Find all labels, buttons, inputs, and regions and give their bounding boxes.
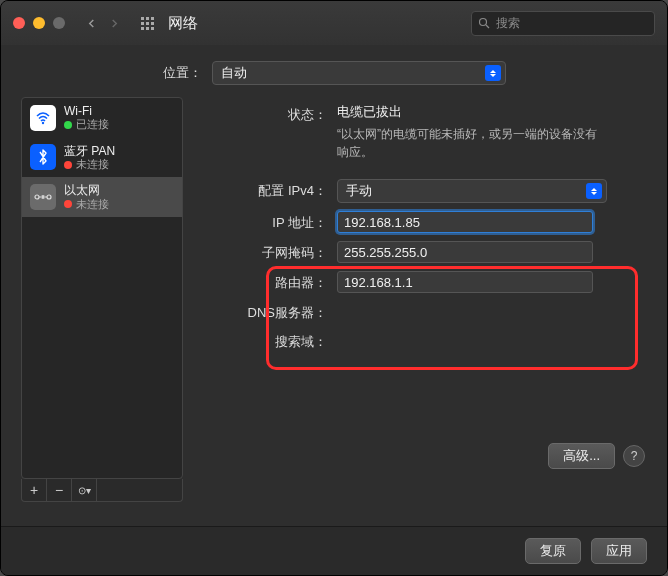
location-value: 自动 (221, 64, 247, 82)
remove-network-button[interactable]: − (47, 479, 72, 501)
minimize-button[interactable] (33, 17, 45, 29)
apply-button[interactable]: 应用 (591, 538, 647, 564)
svg-point-4 (47, 195, 51, 199)
advanced-button[interactable]: 高级... (548, 443, 615, 469)
dns-server-label: DNS服务器： (197, 301, 337, 322)
footer: 复原 应用 (1, 526, 667, 575)
dropdown-caret-icon (485, 65, 501, 81)
subnet-mask-field[interactable] (337, 241, 593, 263)
status-message: “以太网”的电缆可能未插好，或另一端的设备没有响应。 (337, 125, 607, 161)
sidebar-item-ethernet[interactable]: 以太网 未连接 (22, 177, 182, 217)
svg-point-0 (480, 19, 487, 26)
add-network-button[interactable]: + (22, 479, 47, 501)
network-name: 以太网 (64, 183, 109, 197)
list-tools: + − ⊙▾ (21, 479, 183, 502)
ethernet-icon (30, 184, 56, 210)
status-dot-icon (64, 161, 72, 169)
network-status: 已连接 (76, 118, 109, 131)
revert-button[interactable]: 复原 (525, 538, 581, 564)
close-button[interactable] (13, 17, 25, 29)
help-button[interactable]: ? (623, 445, 645, 467)
config-ipv4-value: 手动 (346, 182, 372, 200)
ip-address-field[interactable] (337, 211, 593, 233)
nav-arrows (87, 19, 119, 28)
search-domain-label: 搜索域： (197, 330, 337, 351)
location-label: 位置： (163, 64, 202, 82)
network-status: 未连接 (76, 198, 109, 211)
window-controls (13, 17, 65, 29)
search-field[interactable]: 搜索 (471, 11, 655, 36)
maximize-button[interactable] (53, 17, 65, 29)
ip-address-label: IP 地址： (197, 211, 337, 232)
status-dot-icon (64, 200, 72, 208)
search-icon (478, 17, 490, 29)
router-field[interactable] (337, 271, 593, 293)
dropdown-caret-icon (586, 183, 602, 199)
config-ipv4-select[interactable]: 手动 (337, 179, 607, 203)
sidebar-item-wifi[interactable]: Wi-Fi 已连接 (22, 98, 182, 138)
forward-button[interactable] (110, 19, 119, 28)
search-placeholder: 搜索 (496, 15, 520, 32)
window-title: 网络 (168, 14, 198, 33)
network-name: Wi-Fi (64, 104, 109, 118)
status-dot-icon (64, 121, 72, 129)
detail-panel: 状态： 电缆已拔出 “以太网”的电缆可能未插好，或另一端的设备没有响应。 配置 … (197, 97, 647, 502)
titlebar: 网络 搜索 (1, 1, 667, 46)
network-sidebar: Wi-Fi 已连接 蓝牙 PAN 未连接 (21, 97, 183, 502)
wifi-icon (30, 105, 56, 131)
sidebar-item-bluetooth-pan[interactable]: 蓝牙 PAN 未连接 (22, 138, 182, 178)
svg-line-1 (486, 25, 489, 28)
location-select[interactable]: 自动 (212, 61, 506, 85)
show-all-icon[interactable] (141, 17, 154, 30)
network-options-button[interactable]: ⊙▾ (72, 479, 97, 501)
network-preferences-window: 网络 搜索 位置： 自动 Wi-Fi (0, 0, 668, 576)
location-row: 位置： 自动 (1, 45, 667, 97)
network-name: 蓝牙 PAN (64, 144, 115, 158)
router-label: 路由器： (197, 271, 337, 292)
svg-point-3 (35, 195, 39, 199)
network-status: 未连接 (76, 158, 109, 171)
back-button[interactable] (87, 19, 96, 28)
svg-point-2 (42, 122, 44, 124)
config-ipv4-label: 配置 IPv4： (197, 179, 337, 200)
status-value: 电缆已拔出 (337, 103, 647, 121)
bluetooth-icon (30, 144, 56, 170)
network-list: Wi-Fi 已连接 蓝牙 PAN 未连接 (21, 97, 183, 479)
subnet-mask-label: 子网掩码： (197, 241, 337, 262)
status-label: 状态： (197, 103, 337, 124)
